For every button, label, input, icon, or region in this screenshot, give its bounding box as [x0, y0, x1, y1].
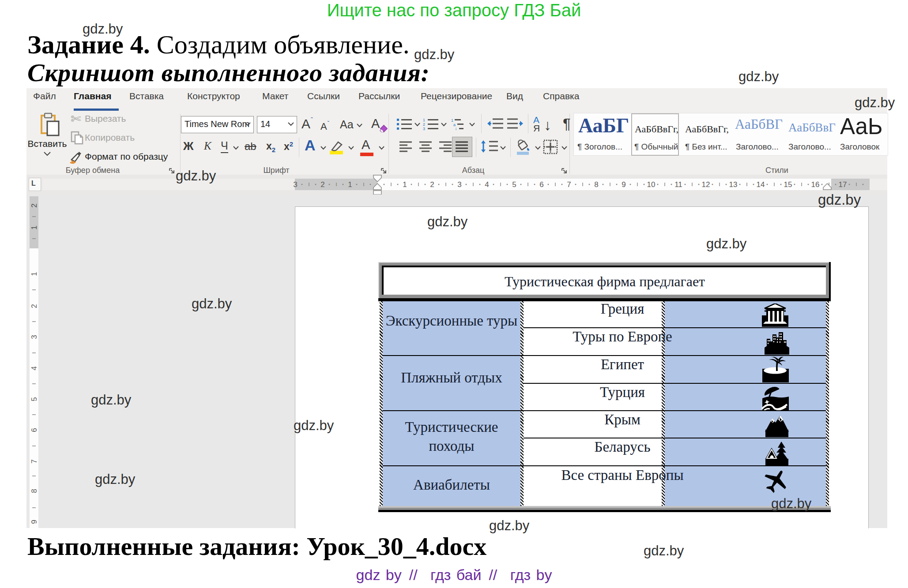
svg-text:2: 2: [423, 122, 425, 127]
svg-text:13: 13: [729, 180, 738, 189]
svg-text:i: i: [456, 127, 456, 130]
svg-text:9: 9: [30, 520, 38, 524]
svg-text:3: 3: [30, 335, 38, 339]
svg-text:1: 1: [423, 118, 425, 122]
svg-text:15: 15: [784, 180, 792, 189]
svg-text:3: 3: [457, 180, 461, 189]
svg-text:2: 2: [30, 304, 38, 308]
svg-text:1: 1: [348, 180, 352, 189]
svg-text:1: 1: [30, 272, 38, 276]
svg-text:11: 11: [674, 180, 682, 189]
svg-text:5: 5: [512, 180, 516, 189]
svg-text:3: 3: [423, 127, 425, 130]
svg-text:5: 5: [30, 397, 38, 401]
svg-text:4: 4: [30, 366, 38, 370]
svg-text:9: 9: [622, 180, 625, 189]
svg-text:6: 6: [539, 180, 543, 189]
svg-text:8: 8: [30, 489, 38, 493]
svg-text:2: 2: [320, 180, 324, 189]
svg-text:14: 14: [757, 180, 765, 189]
svg-text:2: 2: [430, 180, 434, 189]
svg-text:16: 16: [811, 180, 820, 189]
svg-text:2: 2: [30, 203, 38, 207]
svg-text:a: a: [453, 123, 456, 127]
svg-text:1: 1: [403, 180, 407, 189]
svg-text:3: 3: [293, 180, 297, 189]
svg-text:7: 7: [567, 180, 571, 189]
svg-text:10: 10: [647, 180, 656, 189]
svg-text:1: 1: [451, 118, 453, 123]
svg-text:7: 7: [30, 459, 38, 463]
svg-text:8: 8: [594, 180, 598, 189]
svg-text:4: 4: [485, 180, 489, 189]
svg-text:12: 12: [702, 180, 710, 189]
svg-text:6: 6: [30, 428, 38, 432]
svg-text:1: 1: [30, 225, 38, 229]
svg-text:17: 17: [839, 180, 847, 189]
